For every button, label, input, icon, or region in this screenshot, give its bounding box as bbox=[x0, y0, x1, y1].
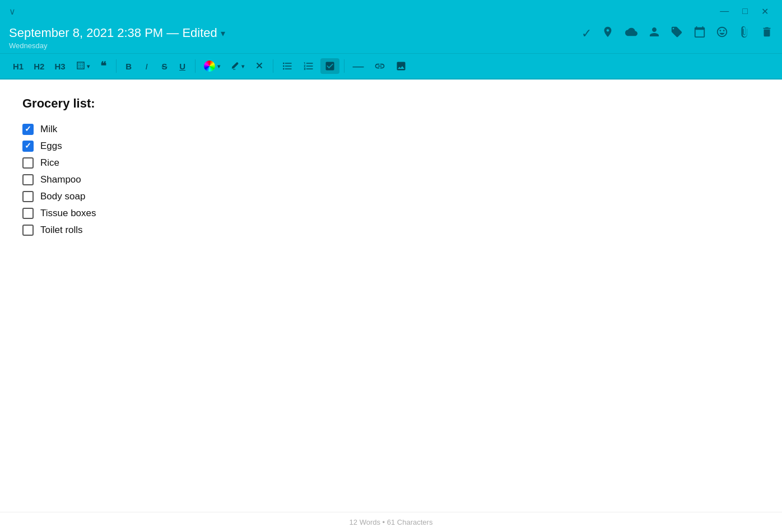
note-title: Grocery list: bbox=[22, 96, 760, 111]
italic-button[interactable]: I bbox=[139, 59, 155, 73]
header-actions: ✓ bbox=[581, 26, 773, 41]
toolbar-separator-2 bbox=[195, 59, 196, 73]
milk-label: Milk bbox=[40, 124, 57, 135]
shampoo-label: Shampoo bbox=[40, 174, 81, 185]
chevron-down-icon[interactable]: ▾ bbox=[221, 28, 225, 39]
image-button[interactable] bbox=[392, 58, 411, 74]
strikethrough-button[interactable]: S bbox=[157, 59, 173, 73]
numbered-list-button[interactable] bbox=[299, 58, 318, 74]
h3-button[interactable]: H3 bbox=[50, 59, 69, 73]
bullet-list-button[interactable] bbox=[278, 58, 297, 74]
cloud-icon[interactable] bbox=[624, 26, 639, 41]
clear-format-button[interactable] bbox=[250, 58, 268, 74]
toolbar-separator-1 bbox=[116, 59, 117, 73]
title-bar: ∨ — □ ✕ bbox=[0, 0, 782, 22]
list-item: Eggs bbox=[22, 139, 760, 153]
attachment-icon[interactable] bbox=[738, 26, 751, 41]
trash-icon[interactable] bbox=[761, 26, 773, 41]
checklist-button[interactable] bbox=[320, 58, 339, 74]
word-char-count: 12 Words • 61 Characters bbox=[350, 518, 433, 526]
check-icon[interactable]: ✓ bbox=[581, 26, 592, 41]
eggs-label: Eggs bbox=[40, 141, 62, 152]
rice-checkbox[interactable] bbox=[22, 157, 34, 169]
header-info: September 8, 2021 2:38 PM — Edited ▾ Wed… bbox=[9, 26, 225, 50]
maximize-button[interactable]: □ bbox=[738, 4, 752, 18]
underline-button[interactable]: U bbox=[175, 59, 190, 73]
toilet-rolls-label: Toilet rolls bbox=[40, 225, 83, 236]
emoji-icon[interactable] bbox=[716, 26, 728, 41]
highlighter-button[interactable]: ▾ bbox=[226, 58, 248, 74]
list-item: Tissue boxes bbox=[22, 206, 760, 221]
blockquote-button[interactable]: ❝ bbox=[96, 57, 111, 75]
divider-button[interactable]: — bbox=[349, 58, 368, 75]
shampoo-checkbox[interactable] bbox=[22, 174, 34, 185]
tissue-boxes-checkbox[interactable] bbox=[22, 208, 34, 219]
calendar-icon[interactable] bbox=[693, 26, 706, 41]
milk-checkbox[interactable] bbox=[22, 124, 34, 135]
list-item: Body soap bbox=[22, 189, 760, 204]
bold-button[interactable]: B bbox=[121, 59, 137, 73]
highlighter-chevron-icon: ▾ bbox=[241, 63, 244, 69]
table-chevron-icon: ▾ bbox=[87, 63, 90, 69]
tissue-boxes-label: Tissue boxes bbox=[40, 208, 96, 219]
color-chevron-icon: ▾ bbox=[217, 63, 220, 69]
rice-label: Rice bbox=[40, 157, 59, 169]
person-icon[interactable] bbox=[649, 26, 660, 41]
note-date-title: September 8, 2021 2:38 PM — Edited ▾ bbox=[9, 26, 225, 40]
close-button[interactable]: ✕ bbox=[757, 4, 773, 19]
note-day-subtitle: Wednesday bbox=[9, 41, 225, 50]
list-item: Rice bbox=[22, 156, 760, 170]
checklist: Milk Eggs Rice Shampoo Body soap Tissue … bbox=[22, 122, 760, 237]
table-icon bbox=[76, 60, 86, 72]
body-soap-label: Body soap bbox=[40, 191, 85, 202]
toilet-rolls-checkbox[interactable] bbox=[22, 225, 34, 236]
chevron-down-icon: ∨ bbox=[9, 6, 16, 17]
link-button[interactable] bbox=[370, 58, 389, 74]
list-item: Milk bbox=[22, 122, 760, 137]
toolbar-separator-4 bbox=[344, 59, 345, 73]
footer: 12 Words • 61 Characters bbox=[0, 512, 782, 532]
h1-button[interactable]: H1 bbox=[9, 59, 27, 73]
tag-icon[interactable] bbox=[670, 26, 683, 41]
color-wheel-icon bbox=[204, 60, 215, 72]
h2-button[interactable]: H2 bbox=[30, 59, 48, 73]
clear-format-icon bbox=[254, 60, 264, 72]
toolbar: H1 H2 H3 ▾ ❝ B I S U ▾ ▾ — bbox=[0, 54, 782, 80]
note-date-text: September 8, 2021 2:38 PM — Edited bbox=[9, 26, 217, 40]
list-item: Toilet rolls bbox=[22, 223, 760, 237]
main-content: Grocery list: Milk Eggs Rice Shampoo Bod… bbox=[0, 80, 782, 506]
table-button[interactable]: ▾ bbox=[72, 58, 94, 74]
highlighter-icon bbox=[230, 60, 240, 72]
eggs-checkbox[interactable] bbox=[22, 141, 34, 152]
location-icon[interactable] bbox=[602, 26, 614, 41]
header-bar: September 8, 2021 2:38 PM — Edited ▾ Wed… bbox=[0, 22, 782, 54]
body-soap-checkbox[interactable] bbox=[22, 191, 34, 202]
color-button[interactable]: ▾ bbox=[200, 58, 224, 74]
list-item: Shampoo bbox=[22, 172, 760, 187]
minimize-button[interactable]: — bbox=[715, 4, 733, 18]
toolbar-separator-3 bbox=[273, 59, 273, 73]
